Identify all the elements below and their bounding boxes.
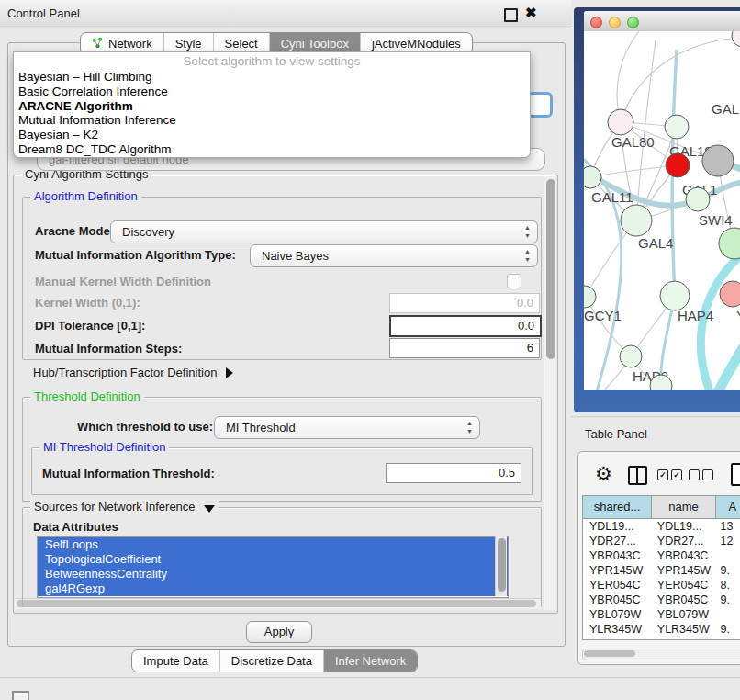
table-row[interactable]: YLR345WYLR345W9.	[583, 622, 740, 637]
tab-infer-network[interactable]: Infer Network	[324, 650, 417, 672]
control-panel-title: Control Panel	[7, 6, 80, 20]
hub-section-toggle[interactable]: Hub/Transcription Factor Definition	[33, 366, 233, 379]
close-traffic-light-icon[interactable]	[590, 17, 602, 28]
network-node[interactable]	[720, 281, 740, 307]
column-header-shared-[interactable]: shared...	[583, 496, 652, 518]
network-node-hap2[interactable]	[620, 345, 642, 367]
attribute-item[interactable]: gal4RGexp	[38, 581, 508, 596]
close-panel-icon[interactable]: ✖	[525, 5, 537, 21]
which-threshold-combo[interactable]: MI Threshold ▲▼	[214, 416, 480, 439]
tab-impute-data[interactable]: Impute Data	[132, 650, 220, 672]
threshold-definition-title: Threshold Definition	[30, 390, 144, 403]
network-node[interactable]	[719, 228, 740, 259]
aracne-mode-label: Aracne Mode:	[35, 224, 114, 238]
table-row[interactable]: YER054CYER054C8.	[583, 578, 740, 593]
manual-kernel-checkbox[interactable]	[507, 274, 521, 288]
node-label-partial: GAL	[712, 101, 739, 117]
expand-right-icon	[226, 367, 233, 378]
gear-icon[interactable]: ⚙	[595, 464, 612, 484]
table-cell: YDR27...	[583, 534, 651, 548]
network-canvas[interactable]: GAL80GAL10GAL1GAL11GAL4SWI4GCY1HAP4HAP2G…	[584, 31, 740, 390]
table-row[interactable]: YBR043CYBR043C	[583, 548, 740, 563]
network-node-gal4[interactable]	[621, 205, 652, 236]
algorithm-combo-focus-ring[interactable]	[527, 92, 553, 118]
tab-discretize-data[interactable]: Discretize Data	[220, 650, 324, 672]
algorithm-dropdown-list: Bayesian – Hill ClimbingBasic Correlatio…	[14, 70, 530, 157]
attributes-vscrollbar[interactable]	[495, 536, 507, 596]
table-cell: YBR043C	[651, 548, 714, 563]
dropdown-item-bayesian-hill-climbing[interactable]: Bayesian – Hill Climbing	[14, 70, 530, 85]
table-cell: YDR27...	[651, 534, 714, 548]
table-cell: YPR145W	[651, 563, 714, 578]
algorithm-dropdown-placeholder: Select algorithm to view settings	[14, 52, 530, 70]
float-panel-icon[interactable]	[504, 8, 518, 22]
deselect-all-icon[interactable]	[689, 469, 713, 480]
tab-label: Cyni Toolbox	[281, 37, 349, 51]
table-row[interactable]: YDL19...YDL19...13	[583, 519, 740, 534]
panel-corner-icon[interactable]	[12, 691, 29, 700]
network-node-gcy1[interactable]	[584, 286, 596, 308]
network-edge[interactable]	[636, 40, 656, 220]
table-row[interactable]: YDR27...YDR27...12	[583, 534, 740, 548]
kernel-width-field[interactable]: 0.0	[389, 293, 540, 313]
dropdown-item-bayesian-k2[interactable]: Bayesian – K2	[14, 128, 530, 142]
table-row[interactable]: YBR045CYBR045C9.	[583, 593, 740, 607]
table-row[interactable]: YIL052CYIL052C9.	[583, 637, 740, 640]
table-panel-title: Table Panel	[585, 427, 647, 441]
combo-arrows-icon: ▲▼	[524, 247, 531, 264]
zoom-traffic-light-icon[interactable]	[627, 17, 639, 28]
network-node-gal11[interactable]	[584, 166, 601, 188]
dropdown-item-aracne-algorithm[interactable]: ARACNE Algorithm	[14, 99, 530, 114]
document-icon[interactable]	[731, 463, 740, 486]
network-node-gal10[interactable]	[665, 115, 689, 139]
data-attributes-list[interactable]: SelfLoopsTopologicalCoefficientBetweenne…	[37, 536, 509, 598]
combo-arrows-icon: ▲▼	[524, 223, 531, 240]
network-edge[interactable]	[617, 31, 639, 122]
table-cell	[713, 607, 740, 622]
dpi-tolerance-field[interactable]: 0.0	[389, 315, 542, 337]
table-cell: YBR045C	[583, 593, 651, 607]
table-body: YDL19...YDL19...13YDR27...YDR27...12YBR0…	[583, 519, 740, 640]
network-node-gal80[interactable]	[608, 109, 633, 135]
collapse-down-icon	[204, 505, 215, 513]
column-header-name[interactable]: name	[652, 496, 716, 518]
table-cell: YPR145W	[583, 563, 651, 578]
algorithm-definition-title: Algorithm Definition	[30, 190, 141, 203]
network-graph-icon	[92, 37, 104, 51]
select-all-icon[interactable]: ✓✓	[657, 469, 682, 480]
mi-threshold-field[interactable]: 0.5	[386, 463, 521, 483]
settings-vscrollbar[interactable]	[544, 176, 556, 610]
attribute-item[interactable]: SelfLoops	[38, 537, 508, 552]
network-window-titlebar[interactable]	[584, 11, 740, 32]
minimize-traffic-light-icon[interactable]	[609, 17, 621, 28]
table-cell: YBR043C	[583, 548, 651, 563]
dpi-tolerance-label: DPI Tolerance [0,1]:	[35, 319, 145, 333]
network-edge[interactable]	[590, 165, 678, 177]
dropdown-item-dream8-dc-tdc-algorithm[interactable]: Dream8 DC_TDC Algorithm	[14, 142, 530, 157]
node-label: HAP4	[678, 308, 713, 323]
attribute-item[interactable]: BetweennessCentrality	[38, 567, 508, 581]
aracne-mode-combo[interactable]: Discovery ▲▼	[110, 220, 538, 243]
network-node-hap4[interactable]	[660, 281, 690, 310]
mi-type-combo[interactable]: Naive Bayes ▲▼	[250, 244, 538, 267]
table-row[interactable]: YBL079WYBL079W	[583, 607, 740, 622]
table-row[interactable]: YPR145WYPR145W9.	[583, 563, 740, 578]
dropdown-item-basic-correlation-inference[interactable]: Basic Correlation Inference	[14, 85, 530, 99]
table-panel: ⚙ ✓✓ shared...nameA YDL19...YDL19...13YD…	[577, 451, 740, 665]
sources-title[interactable]: Sources for Network Inference	[30, 501, 219, 514]
network-node[interactable]	[732, 31, 740, 47]
column-header-a[interactable]: A	[716, 496, 740, 518]
tab-label: Style	[175, 37, 202, 51]
network-node-swi4[interactable]	[686, 187, 710, 211]
mi-steps-field[interactable]: 6	[389, 338, 540, 358]
network-node-gal1[interactable]	[666, 153, 690, 177]
attribute-item[interactable]: TopologicalCoefficient	[38, 552, 508, 567]
table-cell: 9.	[713, 622, 740, 637]
table-hscrollbar[interactable]	[582, 649, 740, 660]
split-columns-icon[interactable]	[628, 466, 647, 485]
dropdown-item-mutual-information-inference[interactable]: Mutual Information Inference	[14, 113, 530, 128]
mi-threshold-title: MI Threshold Definition	[39, 441, 169, 454]
network-graph[interactable]: GAL80GAL10GAL1GAL11GAL4SWI4GCY1HAP4HAP2G…	[584, 31, 740, 390]
network-node[interactable]	[702, 145, 734, 176]
apply-button[interactable]: Apply	[246, 621, 312, 643]
